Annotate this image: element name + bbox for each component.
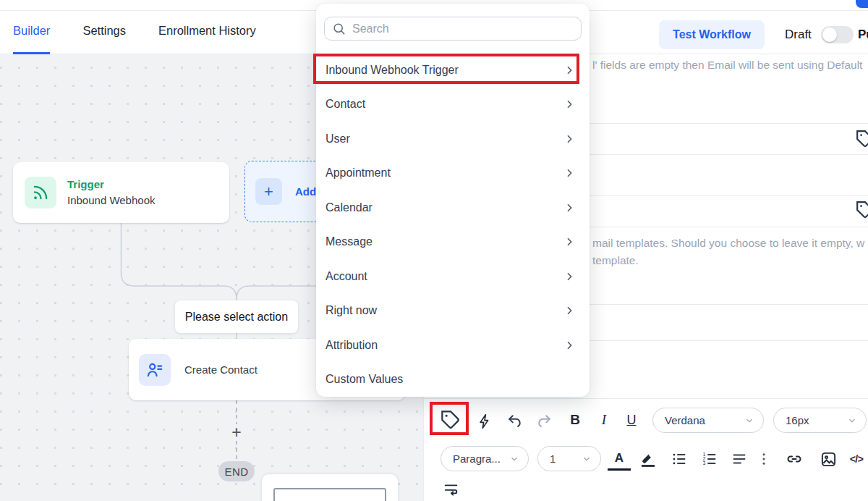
chevron-down-icon xyxy=(582,454,592,464)
tab-settings[interactable]: Settings xyxy=(82,11,126,54)
menu-item-message[interactable]: Message xyxy=(316,225,590,260)
draft-label: Draft xyxy=(785,28,812,42)
contact-person-icon xyxy=(139,354,171,386)
svg-text:3: 3 xyxy=(703,460,706,466)
toggle-knob xyxy=(822,28,837,42)
field-divider xyxy=(424,398,868,399)
image-icon[interactable] xyxy=(816,447,841,471)
redo-icon[interactable] xyxy=(534,411,554,431)
lightning-icon[interactable] xyxy=(475,411,495,431)
dropdown-menu: Inbound Webhook Trigger Contact User App… xyxy=(316,53,590,397)
chevron-right-icon xyxy=(563,98,575,110)
menu-item-calendar[interactable]: Calendar xyxy=(316,190,590,225)
tab-enrollment-history[interactable]: Enrollment History xyxy=(158,11,256,54)
more-options-icon[interactable] xyxy=(753,447,775,471)
trigger-node-subtitle: Inbound Webhook xyxy=(67,193,156,209)
search-input[interactable] xyxy=(352,22,574,35)
menu-item-user[interactable]: User xyxy=(316,122,590,156)
bullet-list-icon[interactable] xyxy=(667,447,692,471)
underline-button[interactable]: U xyxy=(619,408,644,432)
chevron-right-icon xyxy=(563,271,575,282)
chevron-right-icon xyxy=(563,340,575,351)
plus-icon: + xyxy=(255,178,282,205)
chevron-down-icon xyxy=(744,416,754,426)
add-trigger-label: Add xyxy=(295,185,316,198)
select-action-tooltip: Please select action xyxy=(175,300,298,333)
trigger-node[interactable]: Trigger Inbound Webhook xyxy=(13,162,229,223)
chevron-right-icon xyxy=(563,167,575,179)
menu-item-right-now[interactable]: Right now xyxy=(316,294,590,329)
publish-toggle[interactable] xyxy=(821,26,854,43)
paragraph-style-select[interactable]: Paragra... xyxy=(441,446,529,471)
helper-text-mid-line1: mail templates. Should you choose to lea… xyxy=(592,237,864,250)
tab-builder[interactable]: Builder xyxy=(13,11,50,54)
create-contact-label: Create Contact xyxy=(184,363,258,376)
link-icon[interactable] xyxy=(782,447,807,471)
workflow-builder-screen: Trigger Inbound Webhook + Add Please sel… xyxy=(0,0,868,501)
text-wrap-icon[interactable] xyxy=(441,479,462,499)
trigger-actions-dropdown: Inbound Webhook Trigger Contact User App… xyxy=(316,4,590,397)
menu-item-account[interactable]: Account xyxy=(316,259,590,294)
chevron-right-icon xyxy=(563,202,575,214)
test-workflow-button[interactable]: Test Workflow xyxy=(659,20,765,49)
menu-item-contact[interactable]: Contact xyxy=(316,88,590,122)
chevron-right-icon xyxy=(563,305,575,316)
partial-corner-button[interactable] xyxy=(856,0,868,8)
bottom-node-field xyxy=(273,488,386,501)
menu-item-attribution[interactable]: Attribution xyxy=(316,328,590,363)
line-height-value: 1 xyxy=(550,452,556,465)
undo-icon[interactable] xyxy=(505,411,525,431)
ordered-list-icon[interactable]: 1 2 3 xyxy=(697,447,722,471)
code-view-button[interactable]: </> xyxy=(844,447,868,471)
add-action-plus-button[interactable]: + xyxy=(229,424,244,441)
chevron-right-icon xyxy=(563,133,575,145)
chevron-down-icon xyxy=(847,416,857,426)
search-icon xyxy=(332,22,346,35)
chevron-down-icon xyxy=(509,454,519,464)
dropdown-search[interactable] xyxy=(324,17,582,41)
menu-item-appointment[interactable]: Appointment xyxy=(316,156,590,191)
tag-icon[interactable] xyxy=(856,201,868,219)
line-height-select[interactable]: 1 xyxy=(537,446,601,471)
merge-tag-button[interactable] xyxy=(438,408,463,432)
tag-icon[interactable] xyxy=(856,130,868,148)
font-size-value: 16px xyxy=(786,414,809,426)
paragraph-style-value: Paragra... xyxy=(453,452,501,465)
menu-item-custom-values[interactable]: Custom Values xyxy=(316,363,590,397)
chevron-right-icon xyxy=(563,64,575,76)
trigger-node-title: Trigger xyxy=(67,177,156,193)
partial-bottom-node[interactable] xyxy=(262,474,398,501)
align-icon[interactable] xyxy=(727,447,752,471)
end-badge: END xyxy=(218,461,255,481)
nav-tabs: Builder Settings Enrollment History xyxy=(13,11,256,54)
publish-label: Pu xyxy=(858,28,868,42)
webhook-rss-icon xyxy=(25,177,56,209)
highlight-color-button[interactable] xyxy=(636,447,660,471)
font-family-value: Verdana xyxy=(665,414,705,426)
text-color-button[interactable]: A xyxy=(608,447,631,471)
italic-button[interactable]: I xyxy=(592,408,616,432)
bold-button[interactable]: B xyxy=(563,408,587,432)
menu-item-inbound-webhook-trigger[interactable]: Inbound Webhook Trigger xyxy=(316,53,590,88)
helper-text-mid-line2: template. xyxy=(592,254,639,267)
font-family-select[interactable]: Verdana xyxy=(652,408,764,433)
font-size-select[interactable]: 16px xyxy=(773,408,867,433)
helper-text-top: l' fields are empty then Email will be s… xyxy=(592,59,862,72)
chevron-right-icon xyxy=(563,236,575,248)
